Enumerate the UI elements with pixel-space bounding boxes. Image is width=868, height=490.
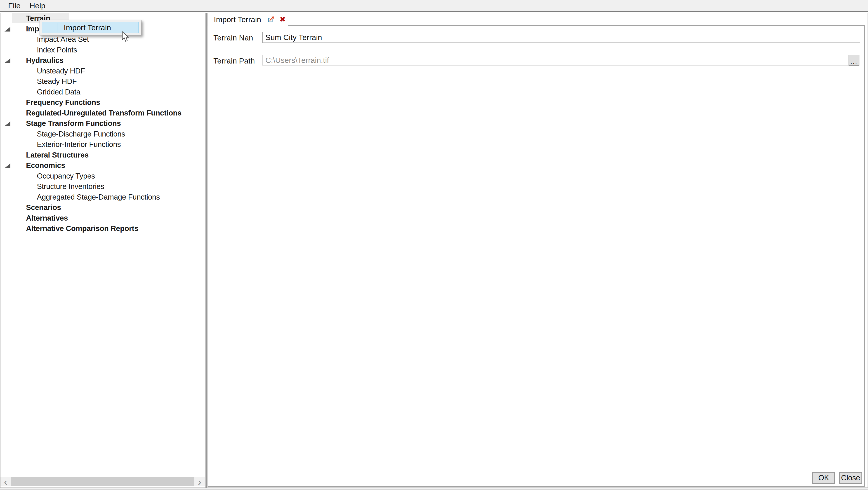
import-terrain-editor-panel — [208, 25, 865, 487]
menu-help[interactable]: Help — [26, 1, 49, 10]
tree-item-stage-discharge-functions[interactable]: Stage-Discharge Functions — [0, 129, 205, 140]
mouse-cursor — [122, 31, 131, 42]
tree-item-scenarios[interactable]: Scenarios — [0, 202, 205, 213]
tree-horizontal-scrollbar[interactable]: ‹ › — [0, 477, 205, 486]
tree-item-frequency-functions[interactable]: Frequency Functions — [0, 97, 205, 108]
tree-item-exterior-interior-functions[interactable]: Exterior-Interior Functions — [0, 139, 205, 150]
menu-gutter-divider — [57, 23, 57, 32]
menu-bar: File Help — [0, 0, 868, 12]
terrain-path-input[interactable] — [262, 55, 858, 65]
scroll-left-arrow-icon[interactable]: ‹ — [0, 477, 11, 486]
tree-rows: Terrain Imp Impact Area Set Index Points… — [0, 13, 205, 234]
close-button[interactable]: Close — [839, 472, 862, 484]
scrollbar-thumb[interactable] — [11, 477, 194, 486]
tree-item-steady-hdf[interactable]: Steady HDF — [0, 76, 205, 87]
tree-item-stage-transform-functions[interactable]: Stage Transform Functions — [0, 118, 205, 129]
window-border-bottom-outer — [0, 489, 868, 490]
tree-item-hydraulics[interactable]: Hydraulics — [0, 55, 205, 66]
terrain-name-input[interactable] — [262, 32, 860, 43]
tree-item-lateral-structures[interactable]: Lateral Structures — [0, 150, 205, 160]
tree-item-structure-inventories[interactable]: Structure Inventories — [0, 181, 205, 192]
tab-title: Import Terrain — [214, 15, 261, 24]
study-tree-panel: Terrain Imp Impact Area Set Index Points… — [0, 13, 205, 488]
tree-item-occupancy-types[interactable]: Occupancy Types — [0, 171, 205, 182]
panel-splitter[interactable] — [205, 13, 207, 488]
browse-button[interactable]: ... — [848, 55, 860, 65]
popout-icon[interactable] — [268, 16, 274, 23]
tree-item-index-points[interactable]: Index Points — [0, 45, 205, 55]
scroll-right-arrow-icon[interactable]: › — [194, 477, 205, 486]
window-border-bottom — [0, 488, 868, 488]
tree-item-aggregated-stage-damage[interactable]: Aggregated Stage-Damage Functions — [0, 192, 205, 203]
tree-item-alternatives[interactable]: Alternatives — [0, 213, 205, 223]
ok-button[interactable]: OK — [812, 472, 835, 484]
tree-item-alternative-comparison-reports[interactable]: Alternative Comparison Reports — [0, 223, 205, 234]
tree-item-regulated-unregulated[interactable]: Regulated-Unregulated Transform Function… — [0, 108, 205, 118]
menu-file[interactable]: File — [4, 1, 24, 10]
terrain-path-label: Terrain Path — [213, 57, 255, 65]
close-icon[interactable]: ✖ — [280, 16, 285, 23]
tree-item-economics[interactable]: Economics — [0, 160, 205, 171]
tree-item-gridded-data[interactable]: Gridded Data — [0, 87, 205, 97]
tree-item-unsteady-hdf[interactable]: Unsteady HDF — [0, 66, 205, 76]
tab-import-terrain[interactable]: Import Terrain ✖ — [208, 13, 288, 26]
tree-item-impact-area-set[interactable]: Impact Area Set — [0, 34, 205, 45]
terrain-name-label: Terrain Nan — [213, 33, 253, 42]
